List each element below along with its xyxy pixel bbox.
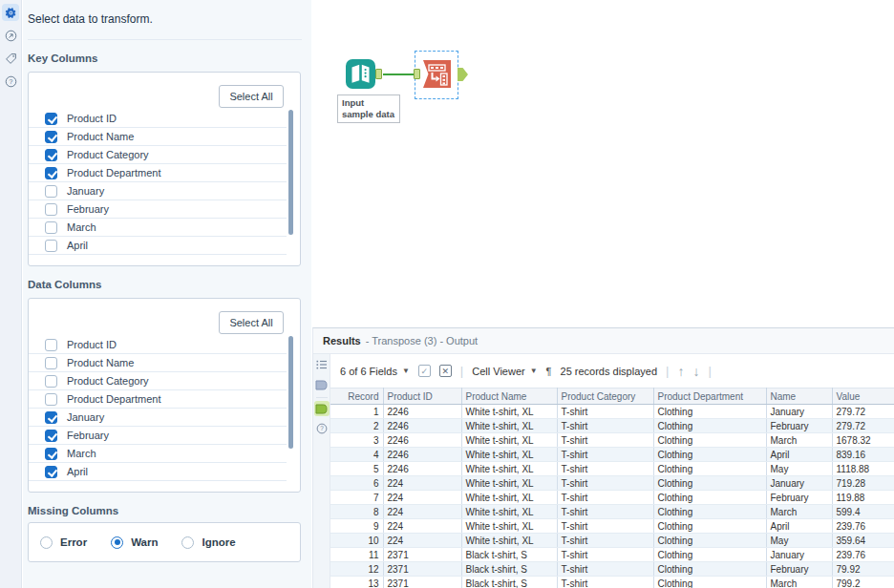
table-row[interactable]: 6 224 White t-shirt, XL T-shirt Clothing…	[330, 476, 894, 491]
clear-filter-icon[interactable]: ✕	[439, 365, 452, 377]
whitespace-toggle-icon[interactable]: ¶	[546, 366, 552, 377]
table-row[interactable]: 3 2246 White t-shirt, XL T-shirt Clothin…	[330, 433, 894, 448]
text-input-tool-icon	[346, 59, 375, 89]
table-row[interactable]: 5 2246 White t-shirt, XL T-shirt Clothin…	[330, 462, 894, 476]
checkbox[interactable]	[45, 240, 57, 252]
checkbox[interactable]	[45, 185, 57, 198]
cell-product-department: Clothing	[653, 519, 766, 534]
cell-value: 279.72	[832, 405, 894, 419]
table-row[interactable]: 7 224 White t-shirt, XL T-shirt Clothing…	[330, 491, 894, 505]
table-row[interactable]: 11 2371 Black t-shirt, S T-shirt Clothin…	[330, 548, 894, 562]
radio-option[interactable]: Warn	[111, 536, 158, 549]
column-list-item[interactable]: January	[29, 182, 287, 200]
column-list-item[interactable]: Product ID	[29, 336, 287, 354]
key-columns-scrollbar[interactable]	[288, 110, 293, 235]
checkbox[interactable]	[45, 149, 57, 161]
column-header[interactable]: Product Category	[557, 388, 653, 405]
data-columns-select-all-button[interactable]: Select All	[219, 311, 284, 334]
transpose-output-anchor[interactable]	[458, 68, 468, 81]
checkbox[interactable]	[45, 357, 57, 369]
column-list-item[interactable]: March	[29, 445, 287, 463]
checkbox[interactable]	[45, 113, 57, 125]
column-list-item[interactable]: April	[29, 237, 287, 255]
column-list-item[interactable]: February	[29, 200, 287, 219]
checkbox[interactable]	[45, 203, 57, 216]
scroll-up-icon[interactable]: ↑	[677, 364, 684, 379]
column-header[interactable]: Product ID	[383, 388, 461, 405]
column-list-item[interactable]: February	[29, 427, 287, 445]
table-row[interactable]: 1 2246 White t-shirt, XL T-shirt Clothin…	[330, 405, 894, 419]
table-row[interactable]: 12 2371 Black t-shirt, S T-shirt Clothin…	[330, 562, 894, 577]
radio-option[interactable]: Error	[40, 536, 87, 549]
checkbox[interactable]	[45, 221, 57, 234]
table-row[interactable]: 2 2246 White t-shirt, XL T-shirt Clothin…	[330, 419, 894, 433]
column-header[interactable]: Product Department	[653, 388, 766, 405]
column-label: April	[67, 466, 88, 477]
column-list-item[interactable]: Product ID	[29, 110, 287, 128]
results-table: RecordProduct IDProduct NameProduct Cate…	[330, 388, 894, 588]
column-label: February	[67, 203, 109, 215]
table-row[interactable]: 10 224 White t-shirt, XL T-shirt Clothin…	[330, 534, 894, 548]
cell-product-id: 2246	[383, 448, 461, 462]
radio-button[interactable]	[40, 536, 53, 549]
cell-viewer-dropdown[interactable]: Cell Viewer ▼	[472, 366, 537, 377]
tag-icon[interactable]	[2, 50, 19, 67]
data-columns-scrollbar[interactable]	[288, 336, 293, 449]
cell-name: February	[766, 562, 832, 577]
column-header[interactable]: Product Name	[461, 388, 557, 405]
cell-viewer-label: Cell Viewer	[472, 366, 524, 377]
results-help-icon[interactable]: ?	[314, 421, 330, 436]
column-list-item[interactable]: Product Department	[29, 164, 287, 182]
column-list-item[interactable]: Product Category	[29, 372, 287, 390]
help-icon[interactable]: ?	[2, 73, 19, 90]
column-header[interactable]: Value	[832, 388, 894, 405]
cell-product-department: Clothing	[653, 534, 766, 548]
input-tool-output-anchor[interactable]	[375, 69, 382, 79]
checkbox[interactable]	[45, 167, 57, 179]
checkbox[interactable]	[45, 448, 57, 460]
column-header[interactable]: Name	[766, 388, 832, 405]
output-anchor-icon[interactable]	[314, 401, 330, 416]
column-list-item[interactable]: Product Name	[29, 128, 287, 146]
column-list-item[interactable]: Product Category	[29, 146, 287, 164]
table-header-row[interactable]: RecordProduct IDProduct NameProduct Cate…	[330, 388, 894, 405]
configuration-gear-icon[interactable]	[2, 4, 19, 21]
profile-list-icon[interactable]	[314, 357, 330, 372]
table-row[interactable]: 8 224 White t-shirt, XL T-shirt Clothing…	[330, 505, 894, 519]
column-header[interactable]: Record	[330, 388, 383, 405]
checkbox[interactable]	[45, 339, 57, 351]
checkbox[interactable]	[45, 411, 57, 424]
cell-product-id: 2246	[383, 462, 461, 476]
apply-filter-icon[interactable]: ✓	[418, 365, 431, 377]
column-list-item[interactable]: Product Department	[29, 390, 287, 409]
checkbox[interactable]	[45, 375, 57, 388]
radio-option[interactable]: Ignore	[181, 536, 235, 549]
checkbox[interactable]	[45, 393, 57, 406]
fields-dropdown[interactable]: 6 of 6 Fields ▼	[340, 366, 410, 377]
column-list-item[interactable]: January	[29, 409, 287, 427]
input-tool-annotation[interactable]: Input sample data	[337, 94, 400, 123]
workflow-canvas[interactable]: Input sample data	[312, 0, 894, 327]
table-row[interactable]: 4 2246 White t-shirt, XL T-shirt Clothin…	[330, 448, 894, 462]
key-columns-select-all-button[interactable]: Select All	[219, 85, 284, 108]
navigation-icon[interactable]	[2, 27, 19, 44]
column-list-item[interactable]: March	[29, 219, 287, 237]
checkbox[interactable]	[45, 466, 57, 478]
transpose-input-anchor[interactable]	[414, 69, 420, 79]
radio-button[interactable]	[111, 536, 123, 549]
transpose-tool[interactable]	[422, 59, 452, 93]
scroll-down-icon[interactable]: ↓	[692, 364, 699, 379]
column-list-item[interactable]: Product Name	[29, 354, 287, 372]
table-row[interactable]: 13 2371 Black t-shirt, S T-shirt Clothin…	[330, 577, 894, 588]
table-row[interactable]: 9 224 White t-shirt, XL T-shirt Clothing…	[330, 519, 894, 534]
checkbox[interactable]	[45, 131, 57, 143]
checkbox[interactable]	[45, 430, 57, 442]
radio-button[interactable]	[181, 536, 194, 549]
cell-product-category: T-shirt	[557, 476, 653, 491]
connection-line[interactable]	[383, 74, 415, 75]
cell-product-id: 224	[383, 476, 461, 491]
column-list-item[interactable]: April	[29, 463, 287, 481]
cell-value: 839.16	[832, 448, 894, 462]
input-anchor-icon[interactable]	[314, 377, 330, 392]
text-input-tool[interactable]	[346, 59, 375, 93]
